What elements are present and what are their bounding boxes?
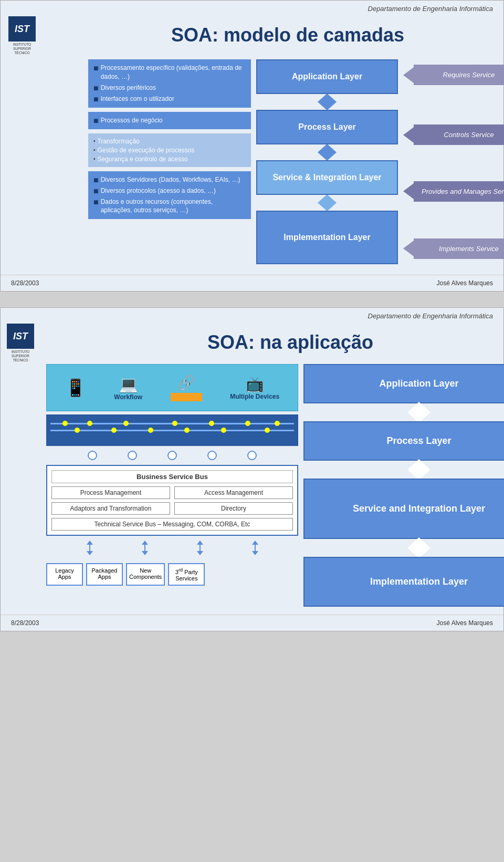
requires-service: Requires Service <box>403 65 504 85</box>
connector-row <box>46 449 298 462</box>
arrow-down-icon <box>252 551 258 555</box>
net-node <box>148 428 153 433</box>
slide1-right-col: Requires Service Controls Service Provid… <box>398 59 504 264</box>
network-visual <box>46 414 298 446</box>
slide1-left-col: ■Processamento específico (validações, e… <box>88 59 256 264</box>
slide1-author: José Alves Marques <box>437 279 493 287</box>
controls-label: Controls Service <box>414 124 504 145</box>
left-block-4: ■Diversos Servidores (Dados, Workflows, … <box>88 171 251 220</box>
right-layer-service: Service and Integration Layer <box>303 479 504 539</box>
slide2-date: 8/28/2003 <box>11 619 39 627</box>
arrow-up-icon <box>252 541 258 545</box>
slide2-dept: Departamento de Engenharia Informática <box>1 308 503 321</box>
bullet-icon: ■ <box>93 64 99 72</box>
arrow-left-icon <box>403 183 414 199</box>
double-arrow-3 <box>318 194 337 211</box>
layer-implementation: Implementation Layer <box>256 211 398 264</box>
vert-arrows-row <box>46 539 298 557</box>
arrow-up-icon <box>197 541 203 545</box>
network-line <box>50 423 294 424</box>
process-management: Process Management <box>51 486 170 499</box>
right-layer-process: Process Layer <box>303 421 504 461</box>
layer-process: Process Layer <box>256 110 398 144</box>
slide2-author: José Alves Marques <box>437 619 493 627</box>
bullet-icon: • <box>93 139 96 144</box>
provides-service: Provides and Manages Service <box>403 181 504 202</box>
directory: Directory <box>174 502 293 515</box>
devices-icon: 📺 <box>246 376 264 393</box>
workflow-item: 💻 Workflow <box>114 375 142 401</box>
arrow-line <box>255 545 256 551</box>
net-node <box>111 428 117 433</box>
arrow-up-icon <box>407 537 430 548</box>
bullet-icon: ■ <box>93 198 99 206</box>
net-node <box>209 421 214 426</box>
slide1-title: SOA: modelo de camadas <box>41 14 504 54</box>
net-node <box>184 428 190 433</box>
slide1: Departamento de Engenharia Informática I… <box>0 0 504 292</box>
service-bus-box: Business Service Bus Process Management … <box>46 465 298 536</box>
arrow-down-icon <box>318 152 337 161</box>
double-arrow-2 <box>318 144 337 161</box>
arrow-line <box>200 545 201 551</box>
third-party-services: 3rd PartyServices <box>168 563 205 586</box>
network-bar <box>171 393 202 401</box>
arrow-line <box>89 545 90 551</box>
right-layer-implementation: Implementation Layer <box>303 557 504 607</box>
net-node <box>275 421 280 426</box>
connector-circle <box>167 451 177 460</box>
arrow-down-icon <box>142 551 148 555</box>
arrow-up-icon <box>318 94 337 102</box>
workflow-box: 📱 💻 Workflow 🔗 📺 <box>46 364 298 411</box>
slide1-logo: IST INSTITUTOSUPERIORTÉCNICO <box>8 16 36 55</box>
bullet-icon: ■ <box>93 176 99 184</box>
net-node <box>221 428 226 433</box>
implements-service: Implements Service <box>403 238 504 259</box>
multiple-devices-label: Multiple Devices <box>230 393 279 400</box>
arrow-down-icon <box>87 551 93 555</box>
layer-service: Service & Integration Layer <box>256 160 398 195</box>
connector-circle <box>207 451 217 460</box>
double-arrow-r2 <box>407 459 430 480</box>
workflow-label: Workflow <box>114 393 142 401</box>
bullet-icon: ■ <box>93 84 99 92</box>
packaged-apps: PackagedApps <box>86 563 123 586</box>
logo-icon: IST <box>7 324 34 349</box>
controls-service: Controls Service <box>403 124 504 145</box>
arrow-up-icon <box>407 402 430 412</box>
legacy-apps: LegacyApps <box>46 563 83 586</box>
vert-arrow <box>197 541 203 555</box>
technical-service-bus: Technical Service Bus – Messaging, COM, … <box>51 518 293 531</box>
bullet-icon: ■ <box>93 187 99 195</box>
arrow-line <box>144 545 145 551</box>
connector-circle <box>128 451 137 460</box>
right-layer-application: Application Layer <box>303 364 504 403</box>
service-bus-row2: Adaptors and Transformation Directory <box>51 502 293 515</box>
left-block-2: ■Processos de negócio <box>88 112 251 129</box>
impl-apps-row: LegacyApps PackagedApps NewComponents 3r… <box>46 560 298 589</box>
layer-application: Application Layer <box>256 59 398 94</box>
slide1-dept: Departamento de Engenharia Informática <box>1 1 503 14</box>
arrow-up-icon <box>142 541 148 545</box>
vert-arrow <box>142 541 148 555</box>
provides-label: Provides and Manages Service <box>414 181 504 202</box>
workflow-icon: 💻 <box>119 375 138 393</box>
arrow-down-icon <box>318 102 337 110</box>
arrow-up-icon <box>318 144 337 152</box>
network-icon: 🔗 <box>177 374 195 391</box>
logo-icon: IST <box>8 16 36 41</box>
bullet-icon: ■ <box>93 95 99 103</box>
bullet-icon: • <box>93 148 96 153</box>
net-node <box>172 421 177 426</box>
network-icon-area: 🔗 <box>171 374 202 401</box>
multiple-devices-item: 📺 Multiple Devices <box>230 376 279 400</box>
arrow-left-icon <box>403 127 414 143</box>
slide2-title: SOA: na aplicação <box>38 321 504 361</box>
arrow-down-icon <box>197 551 203 555</box>
connector-circle <box>88 451 97 460</box>
slide2-footer: 8/28/2003 José Alves Marques <box>1 615 503 631</box>
slide2-right: Application Layer Process Layer <box>303 364 504 607</box>
slide2-logo: IST INSTITUTOSUPERIORTÉCNICO <box>7 324 34 362</box>
arrow-left-icon <box>403 241 414 256</box>
arrow-up-icon <box>318 194 337 203</box>
